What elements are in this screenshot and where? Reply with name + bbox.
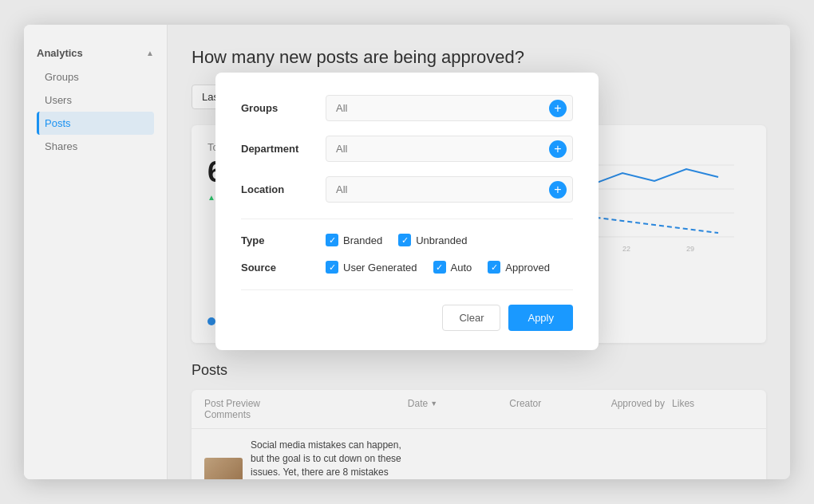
auto-check-icon: ✓ [433,261,446,274]
source-label: Source [241,262,313,274]
groups-input[interactable] [326,95,573,121]
location-label: Location [241,183,313,195]
modal-footer: Clear Apply [241,305,573,331]
department-input[interactable] [326,136,573,162]
source-auto-checkbox[interactable]: ✓ Auto [433,261,472,274]
filter-row-source: Source ✓ User Generated ✓ Auto ✓ Approve… [241,261,573,274]
location-input-wrap: + [326,176,573,203]
type-branded-checkbox[interactable]: ✓ Branded [326,234,382,246]
modal-divider-2 [241,289,573,290]
groups-input-wrap: + [326,95,573,121]
type-unbranded-checkbox[interactable]: ✓ Unbranded [398,234,467,246]
department-input-wrap: + [326,136,573,162]
department-add-button[interactable]: + [549,140,567,158]
source-user-generated-checkbox[interactable]: ✓ User Generated [326,261,417,274]
filter-row-type: Type ✓ Branded ✓ Unbranded [241,234,573,246]
location-add-button[interactable]: + [549,181,567,199]
type-checkboxes: ✓ Branded ✓ Unbranded [326,234,467,246]
branded-check-icon: ✓ [326,234,338,246]
app-window: Analytics ▲ Groups Users Posts Shares Ho… [24,25,790,479]
source-checkboxes: ✓ User Generated ✓ Auto ✓ Approved [326,261,550,274]
groups-label: Groups [241,102,313,114]
type-label: Type [241,234,313,246]
location-input[interactable] [326,176,573,203]
apply-button[interactable]: Apply [508,305,573,331]
modal-overlay: Groups + Department + Location + [24,25,790,479]
filter-row-department: Department + [241,136,573,162]
filter-row-location: Location + [241,176,573,203]
groups-add-button[interactable]: + [549,100,567,117]
filter-modal: Groups + Department + Location + [215,73,599,350]
department-label: Department [241,143,313,155]
modal-divider-1 [241,219,573,219]
clear-button[interactable]: Clear [442,305,500,331]
filter-row-groups: Groups + [241,95,573,121]
source-approved-checkbox[interactable]: ✓ Approved [488,261,550,274]
user-generated-check-icon: ✓ [326,261,338,274]
approved-check-icon: ✓ [488,261,500,274]
unbranded-check-icon: ✓ [398,234,411,246]
